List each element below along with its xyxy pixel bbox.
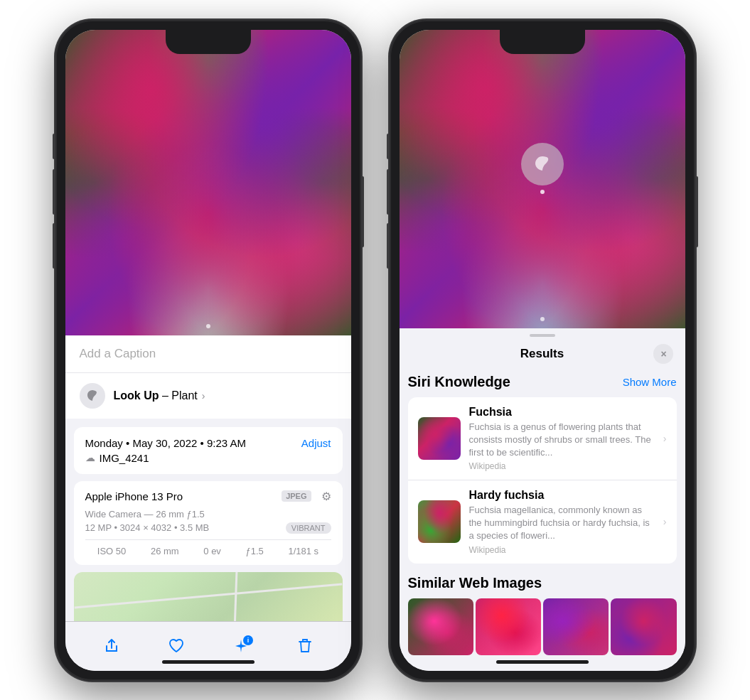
home-indicator-right xyxy=(496,660,589,664)
power-button xyxy=(361,176,364,247)
mp-row: 12 MP • 3024 × 4032 • 3.5 MB VIBRANT xyxy=(85,522,331,534)
volume-down-button xyxy=(53,223,55,269)
lookup-row[interactable]: Look Up – Plant › xyxy=(65,372,351,419)
exif-focal: 26 mm xyxy=(151,546,179,556)
leaf-svg-icon xyxy=(85,389,100,403)
info-badge: i xyxy=(243,635,253,645)
similar-image-3[interactable] xyxy=(543,598,609,655)
camera-info: Wide Camera — 26 mm ƒ1.5 xyxy=(85,509,331,519)
leaf-visual-icon xyxy=(532,154,552,174)
hardy-description: Fuchsia magellanica, commonly known as t… xyxy=(469,504,655,543)
cloud-icon: ☁ xyxy=(85,452,95,463)
fuchsia-name: Fuchsia xyxy=(469,406,655,419)
results-header: Results × xyxy=(400,340,685,371)
mute-button xyxy=(53,134,55,159)
jpeg-badge: JPEG xyxy=(282,490,311,502)
right-phone: Results × Siri Knowledge Show More xyxy=(390,20,695,681)
mute-button-right xyxy=(387,134,390,159)
share-icon xyxy=(104,638,119,654)
similar-images-title: Similar Web Images xyxy=(408,575,677,591)
lookup-dash: – xyxy=(159,389,172,402)
show-more-button[interactable]: Show More xyxy=(623,376,677,388)
siri-knowledge-header: Siri Knowledge Show More xyxy=(408,374,677,390)
results-panel: Results × Siri Knowledge Show More xyxy=(400,328,685,671)
share-button[interactable] xyxy=(104,638,119,654)
similar-image-4[interactable] xyxy=(611,598,676,655)
fuchsia-thumb-image xyxy=(418,417,461,460)
page-dot-left xyxy=(206,324,210,328)
visual-look-dot xyxy=(540,190,545,194)
hardy-source: Wikipedia xyxy=(469,545,655,555)
hardy-thumbnail xyxy=(418,500,461,543)
notch-left xyxy=(166,30,251,54)
knowledge-card: Fuchsia Fuchsia is a genus of flowering … xyxy=(408,397,677,564)
hardy-thumb-image xyxy=(418,500,461,543)
left-phone-screen: Add a Caption Look Up – Plant › xyxy=(65,30,351,671)
metadata-section: Monday • May 30, 2022 • 9:23 AM Adjust ☁… xyxy=(74,427,343,474)
knowledge-item-fuchsia[interactable]: Fuchsia Fuchsia is a genus of flowering … xyxy=(408,397,677,481)
lookup-label: Look Up xyxy=(114,389,159,402)
device-header: Apple iPhone 13 Pro JPEG ⚙ xyxy=(85,490,331,503)
results-title: Results xyxy=(520,347,564,361)
left-screen-content: Add a Caption Look Up – Plant › xyxy=(65,30,351,671)
adjust-button[interactable]: Adjust xyxy=(301,437,331,449)
volume-up-button-right xyxy=(387,169,390,215)
trash-icon xyxy=(298,638,312,654)
hardy-text: Hardy fuchsia Fuchsia magellanica, commo… xyxy=(469,489,655,555)
cloud-row: ☁ IMG_4241 xyxy=(85,452,331,464)
lookup-icon xyxy=(80,383,105,409)
exif-shutter: 1/181 s xyxy=(288,546,318,556)
volume-up-button xyxy=(53,169,55,215)
visual-look-button[interactable] xyxy=(521,143,564,185)
siri-knowledge-title: Siri Knowledge xyxy=(408,374,510,390)
right-screen-content: Results × Siri Knowledge Show More xyxy=(400,30,685,671)
info-button[interactable]: i xyxy=(233,638,249,654)
results-handle xyxy=(400,328,685,340)
map-section[interactable] xyxy=(74,572,343,621)
fuchsia-description: Fuchsia is a genus of flowering plants t… xyxy=(469,421,655,460)
date-row: Monday • May 30, 2022 • 9:23 AM Adjust xyxy=(85,437,331,449)
page-dot-right xyxy=(540,317,545,321)
fuchsia-thumbnail xyxy=(418,417,461,460)
results-content: Siri Knowledge Show More Fuchsia Fuchsia… xyxy=(400,371,685,671)
similar-images-grid xyxy=(408,598,677,655)
volume-down-button-right xyxy=(387,223,390,269)
home-indicator-left xyxy=(162,660,255,664)
flower-photo-right xyxy=(400,30,685,328)
similar-section: Similar Web Images xyxy=(408,575,677,655)
exif-row: ISO 50 26 mm 0 ev ƒ1.5 1/181 s xyxy=(85,539,331,556)
close-icon[interactable]: × xyxy=(660,348,666,360)
close-button[interactable]: × xyxy=(653,344,673,364)
exif-iso: ISO 50 xyxy=(97,546,126,556)
knowledge-item-hardy[interactable]: Hardy fuchsia Fuchsia magellanica, commo… xyxy=(408,480,677,564)
notch-right xyxy=(500,30,585,54)
lookup-text: Look Up – Plant › xyxy=(114,389,205,402)
fuchsia-source: Wikipedia xyxy=(469,461,655,471)
flower-photo-left xyxy=(65,30,351,335)
map-road-vertical xyxy=(234,572,238,621)
info-badge-i: i xyxy=(247,637,250,644)
map-road-horizontal xyxy=(74,583,342,608)
trash-button[interactable] xyxy=(298,638,312,654)
similar-image-1[interactable] xyxy=(408,598,473,655)
fuchsia-chevron-icon: › xyxy=(663,433,667,444)
mp-text: 12 MP • 3024 × 4032 • 3.5 MB xyxy=(85,522,210,533)
device-name: Apple iPhone 13 Pro xyxy=(85,490,183,502)
vibrant-badge: VIBRANT xyxy=(286,522,331,534)
badge-row: JPEG ⚙ xyxy=(282,490,331,503)
heart-button[interactable] xyxy=(168,638,184,654)
similar-image-2[interactable] xyxy=(476,598,541,655)
photo-info-area: Add a Caption Look Up – Plant › xyxy=(65,335,351,621)
handle-bar xyxy=(530,334,555,337)
filename-text: IMG_4241 xyxy=(100,452,149,464)
lookup-subject: Plant xyxy=(171,389,197,402)
exif-ev: 0 ev xyxy=(203,546,221,556)
exif-aperture: ƒ1.5 xyxy=(246,546,264,556)
heart-icon xyxy=(168,638,184,654)
caption-row[interactable]: Add a Caption xyxy=(65,335,351,372)
fuchsia-text: Fuchsia Fuchsia is a genus of flowering … xyxy=(469,406,655,472)
caption-placeholder[interactable]: Add a Caption xyxy=(80,347,156,360)
left-phone: Add a Caption Look Up – Plant › xyxy=(55,20,361,681)
device-section: Apple iPhone 13 Pro JPEG ⚙ Wide Camera —… xyxy=(74,481,343,565)
date-text: Monday • May 30, 2022 • 9:23 AM xyxy=(85,437,246,449)
